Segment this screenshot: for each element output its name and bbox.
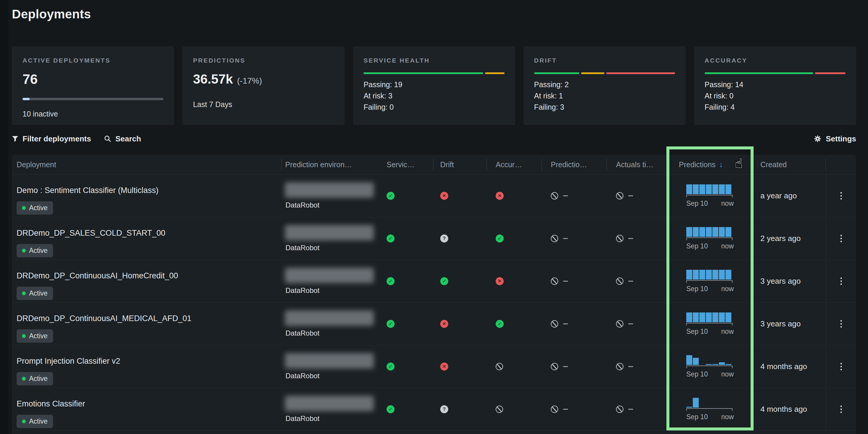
- sparkline-start-label: Sep 10: [686, 285, 708, 293]
- status-disabled-icon: [616, 277, 623, 285]
- drift-at-risk: At risk: 1: [534, 90, 675, 101]
- deployment-name[interactable]: DRDemo_DP_ContinuousAI_HomeCredit_00: [17, 260, 281, 280]
- column-header-predictions[interactable]: Predictions ↓: [666, 155, 753, 174]
- column-header-deployment[interactable]: Deployment: [12, 155, 281, 174]
- actuals-timeliness-cell: [607, 345, 666, 388]
- status-failing-icon: ✕: [440, 320, 448, 328]
- service-health-cell: ✓: [381, 303, 433, 345]
- predictions-sparkline-cell: Sep 10 now: [666, 217, 753, 260]
- prediction-volume-bar: [706, 364, 712, 365]
- prediction-volume-bar: [686, 227, 692, 237]
- active-deployments-count: 76: [23, 71, 163, 87]
- column-header-accuracy[interactable]: Accur…: [487, 155, 541, 174]
- settings-button[interactable]: Settings: [814, 134, 856, 144]
- deployment-name[interactable]: DRDemo_DP_ContinuousAI_MEDICAL_AFD_01: [17, 303, 281, 323]
- deployment-row[interactable]: Demo : Sentiment Classifier (Multiclass)…: [12, 175, 856, 217]
- deployment-row[interactable]: DRDemo_DP_ContinuousAI_HomeCredit_00 Act…: [12, 260, 856, 303]
- status-disabled-icon: [616, 320, 623, 328]
- sparkline-start-label: Sep 10: [686, 242, 708, 250]
- prediction-volume-bar: [693, 398, 699, 408]
- status-badge-label: Active: [29, 417, 48, 425]
- card-service-health-label: SERVICE HEALTH: [364, 57, 504, 64]
- column-header-created[interactable]: Created: [753, 155, 826, 174]
- sparkline-axis: [686, 323, 733, 326]
- card-predictions-label: PREDICTIONS: [193, 57, 334, 64]
- deployment-name[interactable]: Emotions Classifier: [17, 388, 281, 408]
- prediction-volume-bar: [699, 227, 705, 237]
- status-badge: Active: [17, 201, 53, 215]
- actuals-timeliness-cell: [607, 217, 666, 260]
- predictions-bar-chart: [686, 227, 734, 237]
- search-button[interactable]: Search: [104, 134, 141, 144]
- status-passing-icon: ✓: [386, 277, 395, 285]
- deployment-name[interactable]: Demo : Sentiment Classifier (Multiclass): [17, 175, 281, 195]
- kebab-menu-icon[interactable]: [837, 403, 845, 416]
- table-body: Demo : Sentiment Classifier (Multiclass)…: [12, 175, 856, 431]
- environment-platform-label: DataRobot: [285, 372, 381, 380]
- prediction-volume-bar: [686, 355, 692, 365]
- row-actions-cell: [826, 388, 856, 430]
- deployment-cell: DRDemo_DP_ContinuousAI_HomeCredit_00 Act…: [12, 260, 281, 302]
- column-header-prediction-environment[interactable]: Prediction environ…: [281, 155, 381, 174]
- predictions-sparkline-cell: Sep 10 now: [666, 345, 753, 388]
- accuracy-cell: [487, 388, 541, 430]
- no-value-dash-icon: [563, 195, 568, 196]
- search-icon: [104, 135, 111, 142]
- sparkline-axis: [686, 408, 733, 411]
- column-header-prediction-timeliness[interactable]: Predictio…: [541, 155, 607, 174]
- page-title: Deployments: [12, 7, 856, 21]
- status-disabled-icon: [551, 235, 558, 242]
- status-passing-icon: ✓: [496, 235, 504, 243]
- kebab-menu-icon[interactable]: [837, 317, 845, 331]
- service-health-cell: ✓: [381, 260, 433, 302]
- drift-cell: ?: [433, 217, 487, 260]
- column-header-service-health[interactable]: Servic…: [381, 155, 433, 174]
- no-value-dash-icon: [628, 238, 633, 239]
- redacted-environment-name: [285, 353, 374, 369]
- prediction-timeliness-cell: [541, 175, 607, 217]
- status-disabled-icon: [616, 363, 623, 370]
- no-value-dash-icon: [628, 323, 633, 324]
- deployment-row[interactable]: Prompt Injection Classifier v2 Active Da…: [12, 345, 856, 388]
- service-health-passing: Passing: 19: [364, 79, 504, 90]
- deployment-cell: Prompt Injection Classifier v2 Active: [12, 345, 281, 388]
- drift-passing: Passing: 2: [534, 79, 675, 90]
- service-health-cell: ✓: [381, 345, 433, 388]
- filter-deployments-button[interactable]: Filter deployments: [12, 134, 91, 144]
- no-value-dash-icon: [628, 409, 633, 410]
- status-badge: Active: [17, 287, 53, 300]
- kebab-menu-icon[interactable]: [837, 189, 845, 203]
- status-passing-icon: ✓: [386, 405, 395, 413]
- prediction-volume-bar: [699, 312, 705, 322]
- table-toolbar: Filter deployments Search: [12, 132, 856, 145]
- deployment-row[interactable]: DRDemo_DP_SALES_COLD_START_00 Active Dat…: [12, 217, 856, 260]
- card-predictions: PREDICTIONS 36.57k (-17%) Last 7 Days: [182, 46, 344, 125]
- kebab-menu-icon[interactable]: [837, 232, 845, 245]
- deployment-row[interactable]: Emotions Classifier Active DataRobot ✓ ?…: [12, 388, 856, 431]
- deployment-cell: DRDemo_DP_ContinuousAI_MEDICAL_AFD_01 Ac…: [12, 303, 281, 345]
- deployment-name[interactable]: Prompt Injection Classifier v2: [17, 345, 281, 366]
- active-dot-icon: [22, 291, 26, 295]
- predictions-delta: (-17%): [237, 76, 262, 86]
- prediction-volume-bar: [699, 270, 705, 280]
- status-failing-icon: ✕: [440, 363, 448, 371]
- deployment-row[interactable]: DRDemo_DP_ContinuousAI_MEDICAL_AFD_01 Ac…: [12, 303, 856, 345]
- sparkline-end-label: now: [721, 242, 734, 250]
- status-disabled-icon: [616, 192, 623, 199]
- predictions-bar-chart: [686, 355, 734, 365]
- prediction-volume-bar: [719, 227, 725, 237]
- deployment-name[interactable]: DRDemo_DP_SALES_COLD_START_00: [17, 217, 281, 238]
- column-header-drift[interactable]: Drift: [433, 155, 487, 174]
- created-cell: 3 years ago: [753, 260, 826, 302]
- kebab-menu-icon[interactable]: [837, 275, 845, 288]
- prediction-volume-bar: [706, 227, 712, 237]
- status-badge: Active: [17, 415, 53, 428]
- no-value-dash-icon: [628, 281, 633, 282]
- column-header-actuals-timeliness[interactable]: Actuals ti…: [607, 155, 666, 174]
- status-disabled-icon: [551, 406, 558, 413]
- card-accuracy-label: ACCURACY: [705, 57, 845, 64]
- kebab-menu-icon[interactable]: [837, 360, 845, 373]
- no-value-dash-icon: [563, 366, 568, 367]
- prediction-volume-bar: [693, 227, 699, 237]
- prediction-volume-bar: [725, 312, 731, 322]
